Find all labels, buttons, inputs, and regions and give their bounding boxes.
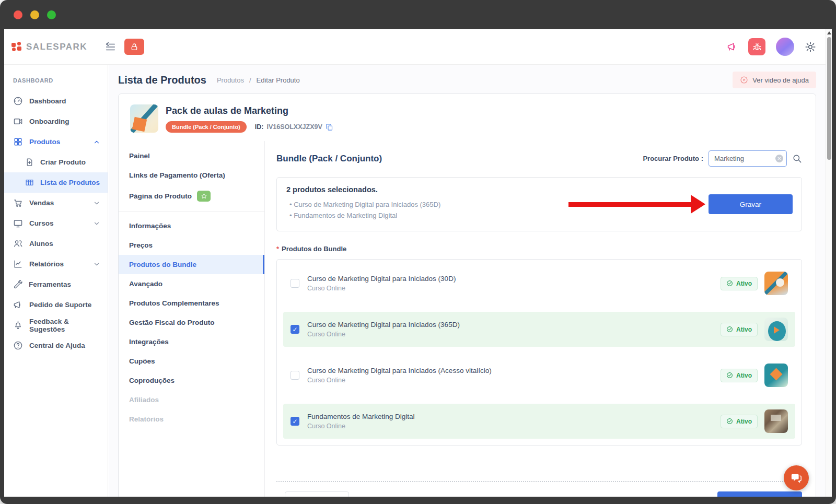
product-id-value: IV16SOLXXJZX9V xyxy=(266,123,322,131)
subnav-item-afiliados: Afiliados xyxy=(119,390,264,409)
sidebar-item-onboarding[interactable]: Onboarding xyxy=(4,111,108,132)
settings-button[interactable] xyxy=(805,41,816,53)
product-checkbox[interactable]: ✓ xyxy=(291,325,299,334)
product-checkbox[interactable]: ✓ xyxy=(291,279,299,288)
panel-footer: Cancelar Gravar xyxy=(276,482,802,497)
sidebar-item-criar-produto[interactable]: Criar Produto xyxy=(4,152,108,172)
product-edit-card: Pack de aulas de Marketing Bundle (Pack … xyxy=(118,93,816,497)
gauge-icon xyxy=(13,96,23,106)
scrollbar-thumb[interactable] xyxy=(827,37,831,160)
search-button[interactable] xyxy=(792,154,802,163)
search-icon xyxy=(792,154,802,163)
file-plus-icon xyxy=(25,158,34,167)
subnav-item-relatorios: Relatórios xyxy=(119,409,264,429)
product-thumbnail xyxy=(130,104,158,133)
window-minimize-button[interactable] xyxy=(30,10,39,19)
product-row-thumbnail xyxy=(764,272,788,295)
subnav-item-cupoes[interactable]: Cupões xyxy=(119,351,264,371)
user-avatar[interactable] xyxy=(776,38,794,56)
product-row: ✓ Curso de Marketing Digital para Inicia… xyxy=(283,312,795,347)
bundle-panel: Bundle (Pack / Conjunto) Procurar Produt… xyxy=(265,141,816,497)
product-title: Pack de aulas de Marketing xyxy=(166,106,333,116)
sidebar-item-pedido-de-suporte[interactable]: Pedido de Suporte xyxy=(4,295,108,315)
sidebar-item-dashboard[interactable]: Dashboard xyxy=(4,91,108,111)
help-video-button[interactable]: Ver video de ajuda xyxy=(733,72,816,88)
bell-icon xyxy=(13,320,23,330)
sidebar-item-cursos[interactable]: Cursos xyxy=(4,213,108,233)
announcements-button[interactable] xyxy=(727,41,738,52)
product-checkbox[interactable]: ✓ xyxy=(291,371,299,380)
product-row: ✓ Curso de Marketing Digital para Inicia… xyxy=(283,358,795,393)
play-circle-icon xyxy=(740,76,748,84)
product-row-title: Curso de Marketing Digital para Iniciado… xyxy=(307,367,492,374)
save-button-bottom[interactable]: Gravar xyxy=(717,491,802,497)
sidebar-toggle-button[interactable] xyxy=(104,41,116,53)
window-close-button[interactable] xyxy=(14,10,22,19)
save-button-top[interactable]: Gravar xyxy=(709,194,793,214)
table-icon xyxy=(25,178,34,187)
sidebar-item-vendas[interactable]: Vendas xyxy=(4,193,108,213)
vertical-scrollbar[interactable] xyxy=(826,29,832,497)
page-title: Lista de Produtos xyxy=(118,74,206,86)
bundle-title: Bundle (Pack / Conjunto) xyxy=(276,154,382,164)
check-circle-icon xyxy=(726,280,733,287)
copy-icon[interactable] xyxy=(326,123,333,131)
status-badge: Ativo xyxy=(721,323,758,336)
chat-icon xyxy=(791,472,802,484)
sidebar-item-central-de-ajuda[interactable]: Central de Ajuda xyxy=(4,335,108,356)
sidebar-section-label: DASHBOARD xyxy=(4,72,108,91)
breadcrumb-produtos[interactable]: Produtos xyxy=(217,76,244,84)
subnav-item-coproducoes[interactable]: Coproduções xyxy=(119,371,264,390)
product-subnav: Painel Links de Pagamento (Oferta) Págin… xyxy=(119,141,265,497)
product-row-thumbnail xyxy=(764,409,788,433)
help-circle-icon xyxy=(13,341,23,350)
subnav-item-painel[interactable]: Painel xyxy=(119,146,264,166)
product-row-type: Curso Online xyxy=(307,331,460,338)
subnav-item-precos[interactable]: Preços xyxy=(119,236,264,255)
status-badge: Ativo xyxy=(721,369,758,382)
brand-name: SALESPARK xyxy=(26,42,87,52)
required-mark: * xyxy=(276,245,279,253)
subnav-item-produtos-do-bundle[interactable]: Produtos do Bundle xyxy=(119,255,264,274)
product-row-type: Curso Online xyxy=(307,377,492,384)
window-zoom-button[interactable] xyxy=(47,10,56,19)
subnav-item-links-pagamento[interactable]: Links de Pagamento (Oferta) xyxy=(119,166,264,185)
subnav-item-informacoes[interactable]: Informações xyxy=(119,216,264,236)
sidebar-item-relatorios[interactable]: Relatórios xyxy=(4,254,108,274)
subnav-item-pagina-produto[interactable]: Página do Produto xyxy=(119,185,264,207)
chevron-down-icon xyxy=(93,261,100,268)
subnav-item-avancado[interactable]: Avançado xyxy=(119,274,264,294)
cancel-button[interactable]: Cancelar xyxy=(285,491,349,497)
product-header: Pack de aulas de Marketing Bundle (Pack … xyxy=(119,94,816,141)
selected-products-box: 2 produtos selecionados. Curso de Market… xyxy=(276,177,802,231)
cart-icon xyxy=(13,198,23,208)
users-icon xyxy=(13,239,23,249)
report-bug-button[interactable] xyxy=(748,38,765,55)
gear-icon xyxy=(805,41,816,53)
sidebar-item-alunos[interactable]: Alunos xyxy=(4,233,108,254)
lock-icon xyxy=(130,43,138,51)
product-checkbox[interactable]: ✓ xyxy=(291,417,299,426)
indent-toggle-icon xyxy=(104,41,116,53)
clear-icon[interactable]: ✕ xyxy=(775,155,783,162)
sidebar-item-ferramentas[interactable]: Ferramentas xyxy=(4,274,108,295)
subnav-item-produtos-complementares[interactable]: Produtos Complementares xyxy=(119,294,264,313)
subnav-item-gestao-fiscal[interactable]: Gestão Fiscal do Produto xyxy=(119,313,264,332)
megaphone-icon xyxy=(13,300,23,310)
chevron-down-icon xyxy=(93,200,100,207)
window-titlebar xyxy=(0,0,836,29)
grid-icon xyxy=(13,137,23,147)
product-row-title: Curso de Marketing Digital para Iniciado… xyxy=(307,321,460,329)
star-icon xyxy=(197,191,211,202)
sidebar-item-produtos[interactable]: Produtos xyxy=(4,132,108,152)
top-bar: SALESPARK xyxy=(4,29,826,65)
product-row-type: Curso Online xyxy=(307,423,415,430)
lock-button[interactable] xyxy=(124,39,144,55)
wrench-icon xyxy=(13,280,22,289)
scroll-up-arrow[interactable] xyxy=(827,31,831,34)
sidebar-item-lista-de-produtos[interactable]: Lista de Produtos xyxy=(4,172,108,193)
video-icon xyxy=(13,116,23,126)
subnav-item-integracoes[interactable]: Integrações xyxy=(119,332,264,351)
chat-widget-button[interactable] xyxy=(784,465,809,490)
sidebar-item-feedback-sugestoes[interactable]: Feedback & Sugestões xyxy=(4,315,108,335)
